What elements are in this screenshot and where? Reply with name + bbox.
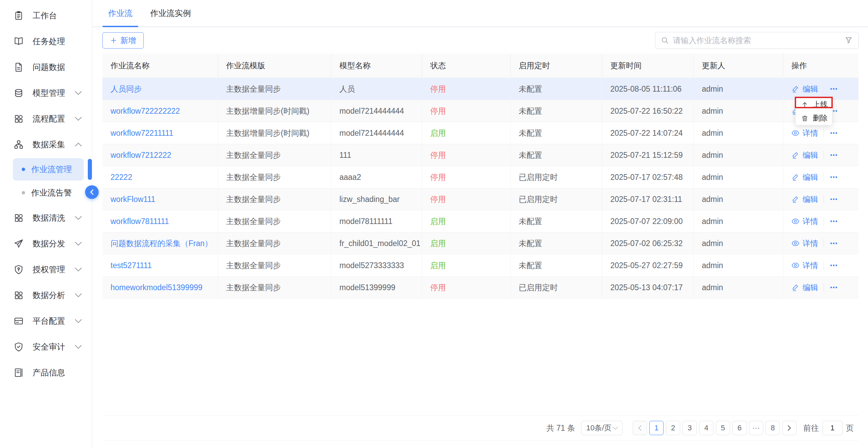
page-size-value: 10条/页 <box>586 423 612 433</box>
table-row: workflow7212222 主数据全量同步 111 停用 未配置 2025-… <box>102 144 859 166</box>
tab-workflow[interactable]: 作业流 <box>102 0 138 26</box>
next-page-button[interactable] <box>782 421 796 435</box>
sidebar-subitem-workflow-alert[interactable]: 作业流告警 <box>0 181 92 204</box>
sidebar-subitem-label: 作业流告警 <box>31 187 72 198</box>
more-actions-button[interactable] <box>829 217 838 226</box>
detail-button[interactable]: 详情 <box>791 260 818 271</box>
edit-button[interactable]: 编辑 <box>791 172 818 183</box>
timer-cell: 未配置 <box>511 210 602 232</box>
add-button[interactable]: 新增 <box>102 32 144 49</box>
update-time-cell: 2025-07-22 16:50:22 <box>602 100 694 122</box>
edit-button[interactable]: 编辑 <box>791 84 818 94</box>
tab-workflow-instance[interactable]: 作业流实例 <box>144 0 197 26</box>
sidebar-item-data-collection[interactable]: 数据采集 <box>0 132 92 157</box>
workflow-name-link[interactable]: homeworkmodel51399999 <box>111 283 202 292</box>
status-badge: 停用 <box>430 106 446 116</box>
more-actions-button[interactable] <box>829 85 838 93</box>
menu-item-delete[interactable]: 删除 <box>796 111 832 125</box>
more-actions-button[interactable] <box>829 239 838 248</box>
template-cell: 主数据全量同步 <box>218 277 331 298</box>
detail-button[interactable]: 详情 <box>791 238 818 249</box>
table-row: homeworkmodel51399999 主数据全量同步 model51399… <box>102 277 859 299</box>
table-row: workflow7811111 主数据全量同步 model78111111 启用… <box>102 210 859 232</box>
chevron-down-icon <box>75 267 82 272</box>
sidebar-item-data-analysis[interactable]: 数据分析 <box>0 282 92 308</box>
more-actions-button[interactable] <box>829 173 838 182</box>
more-actions-button[interactable] <box>829 151 838 160</box>
sidebar-item-data-cleaning[interactable]: 数据清洗 <box>0 205 92 231</box>
page-unit-label: 页 <box>846 423 854 433</box>
more-pages-button[interactable]: ··· <box>749 421 763 435</box>
workflow-name-link[interactable]: workflow7212222 <box>111 151 171 160</box>
page-button-2[interactable]: 2 <box>666 421 680 435</box>
pencil-icon <box>791 151 800 159</box>
update-time-cell: 2025-07-17 02:31:11 <box>602 188 694 210</box>
workflow-name-link[interactable]: workFlow111 <box>111 195 155 204</box>
more-actions-button[interactable] <box>829 283 838 292</box>
menu-item-online[interactable]: 上线 <box>796 98 832 111</box>
edit-button[interactable]: 编辑 <box>791 282 818 293</box>
sidebar-subitem-workflow-management[interactable]: 作业流管理 <box>13 158 84 181</box>
sidebar-item-task-processing[interactable]: 任务处理 <box>0 29 92 54</box>
sidebar-item-workbench[interactable]: 工作台 <box>0 3 92 29</box>
page-button-5[interactable]: 5 <box>716 421 730 435</box>
workflow-name-link[interactable]: 22222 <box>111 173 132 182</box>
more-actions-button[interactable] <box>829 129 838 137</box>
page-button-3[interactable]: 3 <box>683 421 697 435</box>
trash-icon <box>801 115 808 122</box>
filter-icon[interactable] <box>845 36 853 44</box>
workflow-name-link[interactable]: workflow722222222 <box>111 107 180 116</box>
up-arrow-icon <box>801 101 808 108</box>
goto-label: 前往 <box>803 423 819 433</box>
sidebar-item-issue-data[interactable]: 问题数据 <box>0 54 92 80</box>
workflow-name-link[interactable]: test5271111 <box>111 261 152 270</box>
sidebar-item-product-info[interactable]: 产品信息 <box>0 360 92 386</box>
updater-cell: admin <box>694 166 783 188</box>
sidebar-item-model-management[interactable]: 模型管理 <box>0 80 92 106</box>
sidebar-item-flow-config[interactable]: 流程配置 <box>0 106 92 132</box>
workflow-name-link[interactable]: workflow7811111 <box>111 217 169 226</box>
action-divider <box>824 173 824 182</box>
page-button-6[interactable]: 6 <box>732 421 747 435</box>
search-input[interactable] <box>673 36 841 45</box>
sidebar-item-label: 平台配置 <box>33 316 65 326</box>
page-button-8[interactable]: 8 <box>766 421 780 435</box>
edit-button[interactable]: 编辑 <box>791 194 818 205</box>
prev-page-button[interactable] <box>633 421 647 435</box>
pager: 1 2 3 4 5 6 ··· 8 <box>633 421 796 435</box>
timer-cell: 已启用定时 <box>511 188 602 210</box>
more-actions-button[interactable] <box>829 195 838 204</box>
template-cell: 主数据全量同步 <box>218 210 331 232</box>
chevron-down-icon <box>75 345 82 349</box>
sidebar-item-data-distribution[interactable]: 数据分发 <box>0 231 92 257</box>
detail-button[interactable]: 详情 <box>791 128 818 138</box>
goto-page-input[interactable] <box>822 421 843 435</box>
plus-icon <box>110 37 117 44</box>
page-button-4[interactable]: 4 <box>699 421 713 435</box>
edit-button[interactable]: 编辑 <box>791 150 818 161</box>
table-row: workflow722222222 主数据增量同步(时间戳) model7214… <box>102 100 859 122</box>
workflow-name-link[interactable]: workflow72211111 <box>111 129 173 138</box>
ellipsis-icon <box>829 129 838 137</box>
sidebar-item-security-audit[interactable]: 安全审计 <box>0 334 92 360</box>
sidebar-collapse-button[interactable] <box>85 185 99 199</box>
chevron-right-icon <box>787 425 791 431</box>
page-button-1[interactable]: 1 <box>649 421 664 435</box>
model-cell: model78111111 <box>331 210 422 232</box>
status-badge: 停用 <box>430 84 446 94</box>
search-icon <box>661 36 669 44</box>
page-size-select[interactable]: 10条/页 <box>581 421 623 435</box>
action-divider <box>824 129 824 137</box>
updater-cell: admin <box>694 144 783 166</box>
eye-icon <box>791 129 800 137</box>
workflow-name-link[interactable]: 人员同步 <box>111 84 142 94</box>
sidebar-item-label: 安全审计 <box>33 341 65 352</box>
template-cell: 主数据全量同步 <box>218 78 331 100</box>
sidebar-item-label: 产品信息 <box>33 367 65 378</box>
detail-button[interactable]: 详情 <box>791 216 818 227</box>
workflow-name-link[interactable]: 问题数据流程的采集（Fran） <box>111 238 212 249</box>
sidebar-item-platform-config[interactable]: 平台配置 <box>0 308 92 334</box>
status-badge: 停用 <box>430 172 446 183</box>
more-actions-button[interactable] <box>829 261 838 270</box>
sidebar-item-auth-management[interactable]: 授权管理 <box>0 257 92 282</box>
